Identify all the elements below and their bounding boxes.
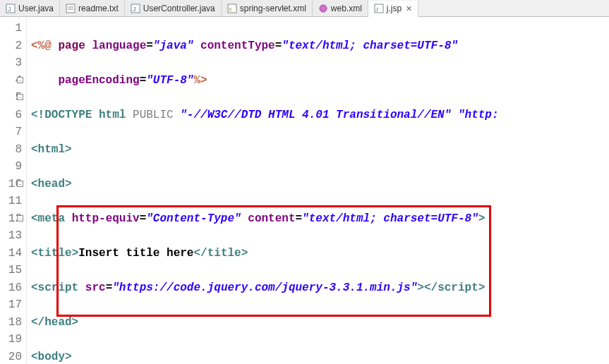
txt-file-icon (66, 4, 76, 13)
svg-text:J: J (133, 6, 136, 13)
tab-spring-servlet[interactable]: X spring-servlet.xml (222, 0, 313, 16)
svg-text:J: J (8, 6, 11, 13)
jsp-file-icon: J (374, 4, 384, 13)
java-file-icon: J (131, 4, 140, 13)
tab-j-jsp[interactable]: J j.jsp ✕ (368, 1, 418, 17)
code-line: <html> (31, 141, 609, 159)
fold-icon[interactable]: - (17, 215, 23, 222)
fold-icon[interactable]: - (17, 94, 23, 100)
java-file-icon: J (6, 4, 16, 13)
tab-readme[interactable]: readme.txt (60, 0, 125, 16)
code-line: <!DOCTYPE html PUBLIC "-//W3C//DTD HTML … (31, 107, 609, 124)
svg-text:J: J (375, 6, 378, 13)
tab-user-java[interactable]: J User.java (0, 0, 60, 16)
code-line: <body> (31, 348, 609, 365)
tab-label: UserController.java (143, 4, 215, 13)
code-line: pageEncoding="UTF-8"%> (31, 72, 609, 90)
code-line: <meta http-equiv="Content-Type" content=… (31, 210, 609, 228)
tab-label: readme.txt (78, 4, 119, 13)
tab-label: j.jsp (387, 4, 402, 13)
xml-web-file-icon (318, 4, 328, 13)
tab-web-xml[interactable]: web.xml (313, 0, 368, 16)
fold-icon[interactable]: - (17, 181, 23, 187)
code-line: <script src="https://code.jquery.com/jqu… (31, 279, 609, 297)
close-icon[interactable]: ✕ (406, 4, 412, 13)
tab-label: User.java (18, 4, 54, 13)
editor-tab-bar: J User.java readme.txt J UserController.… (0, 0, 609, 17)
code-area[interactable]: <%@ page language="java" contentType="te… (27, 17, 609, 364)
tab-usercontroller[interactable]: J UserController.java (125, 0, 222, 16)
svg-rect-2 (66, 4, 75, 13)
svg-text:X: X (229, 7, 232, 12)
fold-icon[interactable]: - (17, 77, 23, 83)
tab-label: web.xml (331, 4, 362, 13)
code-line: <head> (31, 176, 609, 193)
line-number-gutter: 123 4- 5- 6789 10- 11 12- 13141516 17181… (0, 17, 27, 364)
xml-file-icon: X (227, 4, 237, 13)
code-line: <%@ page language="java" contentType="te… (31, 37, 609, 55)
tab-label: spring-servlet.xml (240, 4, 306, 13)
svg-point-9 (320, 5, 327, 12)
code-editor[interactable]: 123 4- 5- 6789 10- 11 12- 13141516 17181… (0, 17, 609, 364)
code-line: <title>Insert title here</title> (31, 245, 609, 262)
code-line: </head> (31, 314, 609, 332)
